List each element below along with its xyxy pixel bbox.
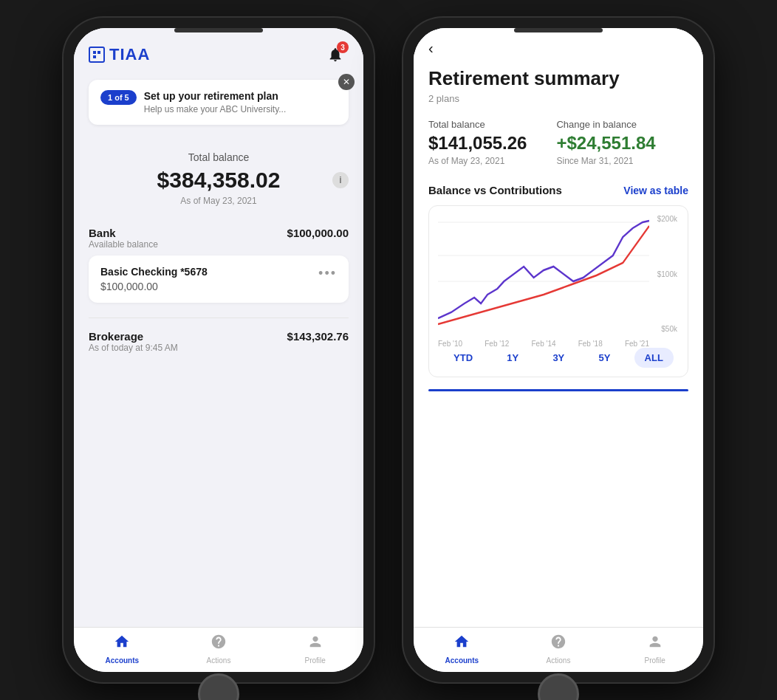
y-label-200k: $200k bbox=[657, 215, 677, 223]
phone-1: TIAA 3 ✕ 1 of 5 Set up your retirement p… bbox=[64, 18, 374, 682]
logo-icon bbox=[89, 47, 105, 63]
tab-5y[interactable]: 5Y bbox=[588, 348, 620, 368]
three-dots-menu[interactable]: ••• bbox=[318, 266, 337, 281]
notification-badge: 3 bbox=[337, 41, 349, 53]
checking-account-card[interactable]: Basic Checking *5678 $100,000.00 ••• bbox=[89, 255, 349, 303]
home-button-1[interactable] bbox=[198, 673, 239, 700]
nav-actions[interactable]: Actions bbox=[171, 634, 267, 665]
bank-header: Bank Available balance $100,000.00 bbox=[89, 227, 349, 250]
y-label-50k: $50k bbox=[657, 325, 677, 333]
nav-actions-2[interactable]: Actions bbox=[510, 634, 607, 665]
bank-name: Bank bbox=[89, 227, 158, 239]
checking-info: Basic Checking *5678 $100,000.00 bbox=[100, 266, 208, 292]
banner-close-button[interactable]: ✕ bbox=[338, 74, 355, 90]
chart-y-labels: $200k $100k $50k bbox=[657, 215, 679, 333]
brokerage-info: Brokerage As of today at 9:45 AM bbox=[89, 330, 178, 353]
bottom-nav: Accounts Actions Profile bbox=[74, 627, 363, 672]
setup-banner[interactable]: ✕ 1 of 5 Set up your retirement plan Hel… bbox=[89, 80, 349, 125]
checking-name: Basic Checking *5678 bbox=[100, 266, 208, 278]
view-table-button[interactable]: View as table bbox=[623, 185, 688, 196]
info-icon[interactable]: i bbox=[332, 172, 349, 188]
accounts-label: Accounts bbox=[106, 656, 140, 665]
change-col: Change in balance +$24,551.84 Since Mar … bbox=[556, 119, 655, 166]
y-label-100k: $100k bbox=[657, 270, 677, 278]
x-label-feb10: Feb '10 bbox=[438, 340, 462, 348]
actions-label-2: Actions bbox=[547, 656, 571, 665]
nav-accounts[interactable]: Accounts bbox=[74, 634, 171, 665]
change-date: Since Mar 31, 2021 bbox=[556, 156, 655, 166]
nav-accounts-2[interactable]: Accounts bbox=[414, 634, 510, 665]
total-balance-label: Total balance bbox=[89, 151, 349, 163]
brokerage-sub: As of today at 9:45 AM bbox=[89, 343, 178, 353]
step-badge: 1 of 5 bbox=[100, 90, 137, 105]
phone-notch bbox=[174, 28, 263, 32]
total-balance-date: As of May 23, 2021 bbox=[89, 196, 349, 206]
actions-icon bbox=[210, 634, 227, 654]
back-button[interactable]: ‹ bbox=[428, 40, 688, 57]
bank-sub: Available balance bbox=[89, 239, 158, 250]
x-label-feb18: Feb '18 bbox=[578, 340, 603, 348]
total-balance-amount: $384,358.02 bbox=[89, 168, 349, 193]
bottom-divider bbox=[428, 389, 688, 391]
total-balance-col-date: As of May 23, 2021 bbox=[428, 156, 527, 166]
accounts-label-2: Accounts bbox=[445, 656, 479, 665]
change-amount: +$24,551.84 bbox=[556, 133, 655, 154]
chart-x-labels: Feb '10 Feb '12 Feb '14 Feb '18 Feb '21 bbox=[438, 340, 649, 348]
bank-info: Bank Available balance bbox=[89, 227, 158, 250]
brokerage-header: Brokerage As of today at 9:45 AM $143,30… bbox=[89, 330, 349, 353]
nav-profile[interactable]: Profile bbox=[267, 634, 363, 665]
svg-rect-0 bbox=[93, 51, 96, 54]
x-label-feb14: Feb '14 bbox=[531, 340, 555, 348]
phone-screen-1: TIAA 3 ✕ 1 of 5 Set up your retirement p… bbox=[74, 28, 363, 672]
tab-1y[interactable]: 1Y bbox=[496, 348, 529, 368]
logo-svg bbox=[92, 50, 101, 59]
banner-title: Set up your retirement plan bbox=[144, 90, 287, 102]
brokerage-value: $143,302.76 bbox=[287, 330, 349, 343]
chart-title: Balance vs Contributions bbox=[428, 184, 562, 196]
app-header: TIAA 3 bbox=[89, 35, 349, 80]
nav-profile-2[interactable]: Profile bbox=[606, 634, 703, 665]
bank-value: $100,000.00 bbox=[287, 227, 349, 239]
phone-2: ‹ Retirement summary 2 plans Total balan… bbox=[403, 18, 713, 682]
home-icon-2 bbox=[453, 634, 470, 654]
checking-value: $100,000.00 bbox=[100, 281, 208, 292]
actions-label: Actions bbox=[207, 656, 231, 665]
profile-icon bbox=[307, 634, 324, 654]
tab-3y[interactable]: 3Y bbox=[542, 348, 575, 368]
tiaa-logo: TIAA bbox=[89, 45, 150, 64]
home-button-2[interactable] bbox=[538, 673, 579, 700]
notification-button[interactable]: 3 bbox=[322, 41, 349, 68]
chart-area: $200k $100k $50k bbox=[438, 215, 679, 348]
svg-rect-2 bbox=[93, 55, 96, 58]
chart-container: $200k $100k $50k bbox=[428, 205, 688, 377]
tab-all[interactable]: ALL bbox=[634, 348, 674, 368]
bottom-nav-2: Accounts Actions Profile bbox=[414, 627, 703, 672]
logo-text: TIAA bbox=[109, 45, 150, 64]
chart-header: Balance vs Contributions View as table bbox=[428, 184, 688, 196]
profile-label-2: Profile bbox=[645, 656, 665, 665]
banner-subtitle: Help us make your ABC University... bbox=[144, 104, 287, 114]
phone-notch-2 bbox=[514, 28, 603, 32]
banner-content: Set up your retirement plan Help us make… bbox=[144, 90, 287, 114]
x-label-feb21: Feb '21 bbox=[625, 340, 649, 348]
balance-row: Total balance $141,055.26 As of May 23, … bbox=[428, 119, 688, 166]
plans-label: 2 plans bbox=[428, 93, 688, 104]
home-icon bbox=[114, 634, 130, 654]
change-label: Change in balance bbox=[556, 119, 655, 130]
svg-rect-1 bbox=[97, 51, 100, 54]
profile-label: Profile bbox=[305, 656, 326, 665]
actions-icon-2 bbox=[550, 634, 567, 654]
brokerage-section: Brokerage As of today at 9:45 AM $143,30… bbox=[89, 318, 349, 365]
retirement-title: Retirement summary bbox=[428, 67, 688, 90]
chart-svg bbox=[438, 215, 649, 333]
phone-screen-2: ‹ Retirement summary 2 plans Total balan… bbox=[414, 28, 703, 672]
total-balance-col: Total balance $141,055.26 As of May 23, … bbox=[428, 119, 527, 166]
profile-icon-2 bbox=[647, 634, 663, 654]
total-balance-section: Total balance $384,358.02 As of May 23, … bbox=[89, 140, 349, 221]
tab-ytd[interactable]: YTD bbox=[443, 348, 483, 368]
total-balance-col-label: Total balance bbox=[428, 119, 527, 130]
bank-section: Bank Available balance $100,000.00 Basic… bbox=[89, 221, 349, 309]
total-balance-col-amount: $141,055.26 bbox=[428, 133, 527, 154]
x-label-feb12: Feb '12 bbox=[485, 340, 509, 348]
chart-tabs: YTD 1Y 3Y 5Y ALL bbox=[438, 348, 679, 368]
